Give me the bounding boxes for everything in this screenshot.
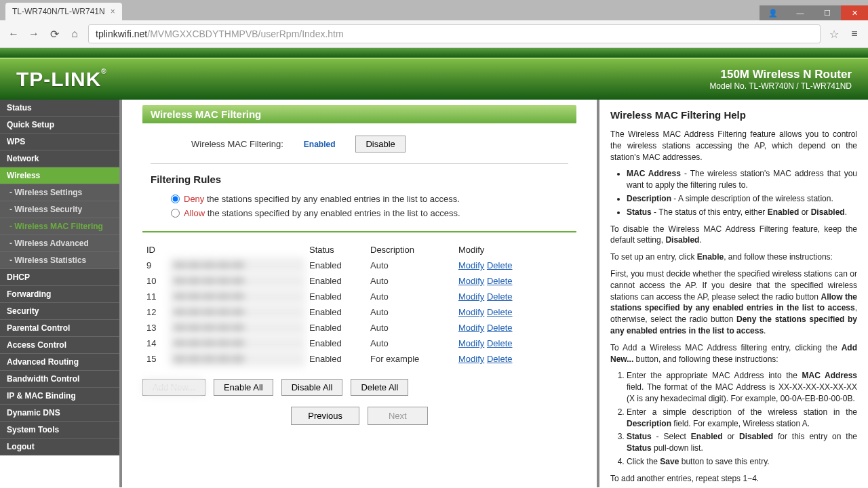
url-path: /MVMGXXCBDYTHMPVB/userRpm/Index.htm — [147, 28, 343, 39]
delete-link[interactable]: Delete — [487, 291, 513, 302]
content: Status Quick Setup WPS Network Wireless … — [0, 100, 868, 487]
modify-link[interactable]: Modify — [458, 323, 484, 333]
rule-deny-word: Deny — [184, 194, 204, 204]
sidebar-item-ip-mac-binding[interactable]: IP & MAC Binding — [0, 388, 119, 405]
help-first: First, you must decide whether the speci… — [610, 268, 857, 337]
sidebar-item-access-control[interactable]: Access Control — [0, 337, 119, 354]
rule-deny-radio[interactable] — [171, 195, 180, 203]
sidebar-item-parental-control[interactable]: Parental Control — [0, 320, 119, 337]
sidebar-item-security[interactable]: Security — [0, 303, 119, 320]
delete-link[interactable]: Delete — [487, 354, 513, 364]
sidebar-item-wireless-statistics[interactable]: - Wireless Statistics — [0, 252, 119, 269]
sidebar-item-logout[interactable]: Logout — [0, 439, 119, 455]
col-desc: Description — [366, 242, 454, 258]
table-row: 12XX-XX-XX-XX-XXEnabledAutoModify Delete — [142, 304, 576, 320]
help-li-mac: MAC Address - The wireless station's MAC… — [627, 168, 857, 191]
table-row: 10XX-XX-XX-XX-XXEnabledAutoModify Delete — [142, 273, 576, 289]
sidebar-item-system-tools[interactable]: System Tools — [0, 422, 119, 439]
modify-link[interactable]: Modify — [458, 276, 484, 286]
help-repeat: To add another entries, repeat steps 1~4… — [610, 473, 857, 485]
help-li-desc: Description - A simple description of th… — [627, 193, 857, 205]
sidebar-item-wireless-mac-filtering[interactable]: - Wireless MAC Filtering — [0, 218, 119, 235]
back-button[interactable]: ← — [7, 27, 20, 41]
help-add: To Add a Wireless MAC Address filtering … — [610, 342, 857, 365]
browser-tab[interactable]: TL-WR740N/TL-WR741N × — [5, 3, 122, 20]
window-close-button[interactable]: ✕ — [841, 5, 868, 20]
col-status: Status — [305, 242, 366, 258]
page-header: TP-LINK® 150M Wireless N Router Model No… — [0, 58, 868, 100]
enable-all-button[interactable]: Enable All — [214, 379, 273, 396]
entries-table: ID Status Description Modify 9XX-XX-XX-X… — [142, 242, 576, 367]
filter-status: Enabled — [304, 140, 336, 149]
sidebar-item-network[interactable]: Network — [0, 150, 119, 167]
disable-button[interactable]: Disable — [355, 136, 405, 152]
modify-link[interactable]: Modify — [458, 260, 484, 270]
sidebar-item-advanced-routing[interactable]: Advanced Routing — [0, 354, 119, 371]
modify-link[interactable]: Modify — [458, 291, 484, 302]
page: TP-LINK® 150M Wireless N Router Model No… — [0, 48, 868, 487]
rule-allow-row[interactable]: Allow the stations specified by any enab… — [151, 206, 568, 220]
router-title: 150M Wireless N Router Model No. TL-WR74… — [709, 68, 852, 91]
mac-cell: XX-XX-XX-XX-XX — [170, 273, 305, 289]
mac-cell: XX-XX-XX-XX-XX — [170, 336, 305, 351]
sidebar-item-wps[interactable]: WPS — [0, 134, 119, 150]
sidebar-item-bandwidth-control[interactable]: Bandwidth Control — [0, 371, 119, 388]
address-bar: ← → ⟳ ⌂ tplinkwifi.net/MVMGXXCBDYTHMPVB/… — [0, 20, 868, 48]
home-button[interactable]: ⌂ — [68, 27, 81, 41]
sidebar-item-status[interactable]: Status — [0, 100, 119, 117]
forward-button[interactable]: → — [27, 27, 41, 41]
modify-link[interactable]: Modify — [458, 354, 484, 364]
help-intro: The Wireless MAC Address Filtering featu… — [610, 129, 857, 163]
table-row: 9XX-XX-XX-XX-XXEnabledAutoModify Delete — [142, 258, 576, 273]
table-row: 15XX-XX-XX-XX-XXEnabledFor exampleModify… — [142, 351, 576, 367]
user-icon[interactable]: 👤 — [760, 5, 787, 20]
modify-link[interactable]: Modify — [458, 307, 484, 317]
sidebar-item-dhcp[interactable]: DHCP — [0, 269, 119, 286]
main-panel: Wireless MAC Filtering Wireless MAC Filt… — [122, 100, 597, 487]
sidebar-item-wireless-settings[interactable]: - Wireless Settings — [0, 184, 119, 201]
help-ol-4: Click the Save button to save this entry… — [627, 456, 857, 468]
delete-link[interactable]: Delete — [487, 276, 513, 286]
add-new-button[interactable]: Add New... — [142, 379, 205, 396]
mac-cell: XX-XX-XX-XX-XX — [170, 304, 305, 320]
delete-link[interactable]: Delete — [487, 338, 513, 348]
modify-link[interactable]: Modify — [458, 338, 484, 348]
help-ol-2: Enter a simple description of the wirele… — [627, 407, 857, 430]
filter-label: Wireless MAC Filtering: — [191, 139, 283, 149]
rule-allow-text: the stations specified by any enabled en… — [205, 208, 460, 218]
sidebar-item-wireless-security[interactable]: - Wireless Security — [0, 201, 119, 218]
delete-link[interactable]: Delete — [487, 307, 513, 317]
mac-cell: XX-XX-XX-XX-XX — [170, 289, 305, 304]
col-modify: Modify — [454, 242, 576, 258]
next-button[interactable]: Next — [368, 407, 428, 425]
rule-deny-row[interactable]: Deny the stations specified by any enabl… — [151, 192, 568, 206]
help-ol-3: Status - Select Enabled or Disabled for … — [627, 431, 857, 454]
url-field[interactable]: tplinkwifi.net/MVMGXXCBDYTHMPVB/userRpm/… — [88, 24, 821, 43]
col-id: ID — [142, 242, 170, 258]
browser-chrome: TL-WR740N/TL-WR741N × 👤 — ☐ ✕ ← → ⟳ ⌂ tp… — [0, 0, 868, 48]
sidebar-item-wireless[interactable]: Wireless — [0, 167, 119, 184]
router-name: 150M Wireless N Router — [709, 68, 852, 81]
menu-icon[interactable]: ≡ — [848, 27, 861, 41]
help-disable: To disable the Wireless MAC Address Filt… — [610, 224, 857, 247]
reload-button[interactable]: ⟳ — [47, 27, 61, 41]
rule-allow-radio[interactable] — [171, 209, 180, 218]
previous-button[interactable]: Previous — [291, 407, 359, 425]
sidebar-item-wireless-advanced[interactable]: - Wireless Advanced — [0, 235, 119, 252]
delete-link[interactable]: Delete — [487, 323, 513, 333]
close-icon[interactable]: × — [111, 7, 115, 16]
bookmark-icon[interactable]: ☆ — [827, 27, 841, 41]
sidebar-item-quick-setup[interactable]: Quick Setup — [0, 117, 119, 134]
sidebar-item-dynamic-dns[interactable]: Dynamic DNS — [0, 405, 119, 422]
minimize-button[interactable]: — — [787, 5, 814, 20]
table-row: 13XX-XX-XX-XX-XXEnabledAutoModify Delete — [142, 320, 576, 336]
maximize-button[interactable]: ☐ — [814, 5, 841, 20]
disable-all-button[interactable]: Disable All — [281, 379, 343, 396]
delete-link[interactable]: Delete — [487, 260, 513, 270]
action-button-row: Add New... Enable All Disable All Delete… — [142, 379, 576, 396]
sidebar-item-forwarding[interactable]: Forwarding — [0, 286, 119, 303]
filtering-section: Wireless MAC Filtering: Enabled Disable … — [142, 123, 576, 232]
delete-all-button[interactable]: Delete All — [351, 379, 408, 396]
top-stripe — [0, 48, 868, 58]
table-row: 14XX-XX-XX-XX-XXEnabledAutoModify Delete — [142, 336, 576, 351]
